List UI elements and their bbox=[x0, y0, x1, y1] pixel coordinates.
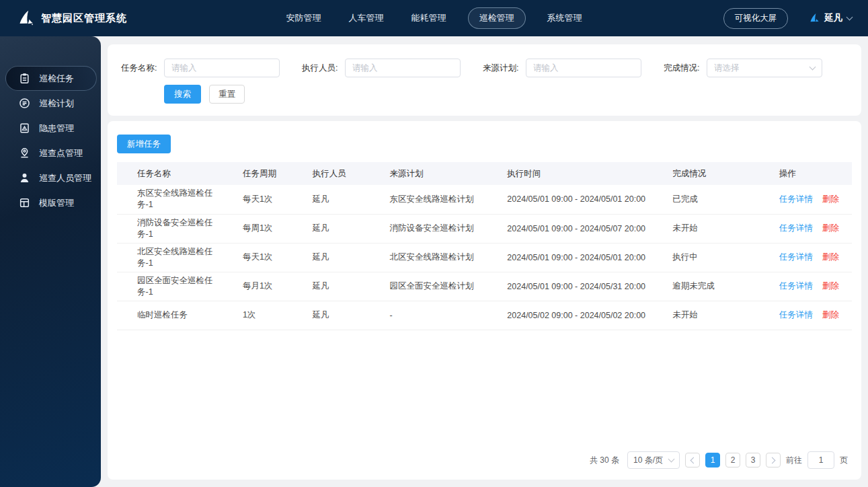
sidebar-item-label: 巡检任务 bbox=[39, 73, 74, 85]
table-row: 消防设备安全巡检任务-1 每周1次 延凡 消防设备安全巡检计划 2024/05/… bbox=[117, 214, 852, 243]
reset-button[interactable]: 重置 bbox=[209, 85, 245, 104]
prev-page-button[interactable] bbox=[685, 453, 700, 467]
page-size-value: 10 条/页 bbox=[633, 455, 663, 466]
task-detail-link[interactable]: 任务详情 bbox=[779, 310, 813, 320]
sail-logo-icon bbox=[16, 9, 34, 28]
filter-executor: 执行人员: bbox=[302, 59, 461, 77]
top-navbar: 智慧园区管理系统 安防管理 人车管理 能耗管理 巡检管理 系统管理 可视化大屏 … bbox=[0, 0, 868, 36]
sidebar: 巡检任务 巡检计划 隐患管理 巡查点管理 bbox=[0, 36, 101, 487]
status-select[interactable]: 请选择 bbox=[707, 59, 822, 77]
source-plan-label: 来源计划: bbox=[483, 63, 520, 74]
col-task-name: 任务名称 bbox=[117, 162, 235, 185]
cell-cycle: 每天1次 bbox=[235, 185, 305, 214]
source-plan-input[interactable] bbox=[526, 59, 641, 77]
cell-source-plan: 园区全面安全巡检计划 bbox=[381, 272, 499, 301]
filter-status: 完成情况: 请选择 bbox=[664, 59, 822, 77]
page-button-1[interactable]: 1 bbox=[705, 453, 720, 467]
cell-source-plan: 北区安全线路巡检计划 bbox=[381, 243, 499, 272]
task-detail-link[interactable]: 任务详情 bbox=[779, 223, 813, 233]
brand: 智慧园区管理系统 bbox=[16, 9, 127, 28]
status-select-placeholder: 请选择 bbox=[714, 63, 740, 74]
table-row: 东区安全线路巡检任务-1 每天1次 延凡 东区安全线路巡检计划 2024/05/… bbox=[117, 185, 852, 214]
col-status: 完成情况 bbox=[664, 162, 771, 185]
sidebar-item-inspection-plan[interactable]: 巡检计划 bbox=[0, 91, 101, 116]
col-actions: 操作 bbox=[771, 162, 852, 185]
user-menu[interactable]: 延凡 bbox=[808, 12, 852, 24]
person-icon bbox=[19, 172, 30, 184]
cell-exec-time: 2024/05/01 09:00 - 2024/05/01 20:00 bbox=[499, 185, 664, 214]
chevron-down-icon bbox=[846, 13, 853, 20]
col-source-plan: 来源计划 bbox=[381, 162, 499, 185]
executor-label: 执行人员: bbox=[302, 63, 340, 74]
cell-status: 逾期未完成 bbox=[664, 272, 771, 301]
page-button-2[interactable]: 2 bbox=[725, 453, 740, 467]
nav-item-energy[interactable]: 能耗管理 bbox=[405, 7, 452, 29]
task-name-label: 任务名称: bbox=[121, 63, 159, 74]
cell-cycle: 每天1次 bbox=[235, 243, 305, 272]
sidebar-item-label: 巡检计划 bbox=[39, 98, 74, 110]
pagination: 共 30 条 10 条/页 1 2 3 前往 页 bbox=[590, 451, 848, 469]
table-row: 园区全面安全巡检任务-1 每月1次 延凡 园区全面安全巡检计划 2024/05/… bbox=[117, 272, 852, 301]
delete-link[interactable]: 删除 bbox=[822, 194, 839, 204]
cell-exec-time: 2024/05/01 09:00 - 2024/05/01 20:00 bbox=[499, 243, 664, 272]
cell-task-name: 东区安全线路巡检任务-1 bbox=[117, 185, 235, 214]
nav-item-people-vehicle[interactable]: 人车管理 bbox=[343, 7, 390, 29]
goto-label: 前往 bbox=[786, 455, 802, 466]
plan-circle-icon bbox=[19, 98, 30, 109]
cell-status: 已完成 bbox=[664, 185, 771, 214]
cell-exec-time: 2024/05/02 09:00 - 2024/05/02 20:00 bbox=[499, 301, 664, 330]
cell-executor: 延凡 bbox=[305, 214, 382, 243]
visual-screen-button[interactable]: 可视化大屏 bbox=[723, 8, 789, 29]
status-label: 完成情况: bbox=[664, 63, 701, 74]
cell-executor: 延凡 bbox=[305, 185, 382, 214]
filter-source-plan: 来源计划: bbox=[483, 59, 641, 77]
cell-status: 未开始 bbox=[664, 301, 771, 330]
table-row: 北区安全线路巡检任务-1 每天1次 延凡 北区安全线路巡检计划 2024/05/… bbox=[117, 243, 852, 272]
chevron-down-icon bbox=[668, 456, 675, 463]
top-menu: 安防管理 人车管理 能耗管理 巡检管理 系统管理 bbox=[280, 7, 588, 29]
task-name-input[interactable] bbox=[164, 59, 280, 77]
nav-item-system[interactable]: 系统管理 bbox=[541, 7, 588, 29]
chevron-left-icon bbox=[691, 457, 697, 463]
nav-item-inspection[interactable]: 巡检管理 bbox=[468, 7, 526, 29]
topbar-right: 可视化大屏 延凡 bbox=[723, 8, 853, 29]
task-detail-link[interactable]: 任务详情 bbox=[779, 281, 813, 291]
cell-cycle: 1次 bbox=[235, 301, 305, 330]
cell-task-name: 北区安全线路巡检任务-1 bbox=[117, 243, 235, 272]
add-task-button[interactable]: 新增任务 bbox=[117, 135, 171, 153]
next-page-button[interactable] bbox=[766, 453, 781, 467]
sidebar-item-inspector-management[interactable]: 巡查人员管理 bbox=[0, 165, 101, 190]
filter-task-name: 任务名称: bbox=[121, 59, 280, 77]
search-button[interactable]: 搜索 bbox=[164, 85, 201, 104]
sidebar-item-label: 隐患管理 bbox=[39, 122, 74, 135]
cell-task-name: 园区全面安全巡检任务-1 bbox=[117, 272, 235, 301]
sidebar-item-template-management[interactable]: 模版管理 bbox=[0, 190, 101, 215]
nav-item-security[interactable]: 安防管理 bbox=[280, 7, 327, 29]
app-title: 智慧园区管理系统 bbox=[41, 12, 127, 25]
delete-link[interactable]: 删除 bbox=[822, 252, 839, 262]
delete-link[interactable]: 删除 bbox=[822, 281, 839, 291]
cell-status: 执行中 bbox=[664, 243, 771, 272]
sidebar-item-hazard-management[interactable]: 隐患管理 bbox=[0, 116, 101, 141]
page-button-3[interactable]: 3 bbox=[746, 453, 760, 467]
delete-link[interactable]: 删除 bbox=[822, 310, 839, 320]
sidebar-item-checkpoint-management[interactable]: 巡查点管理 bbox=[0, 141, 101, 165]
cell-task-name: 消防设备安全巡检任务-1 bbox=[117, 214, 235, 243]
cell-cycle: 每周1次 bbox=[235, 214, 305, 243]
cell-source-plan: 东区安全线路巡检计划 bbox=[381, 185, 499, 214]
sidebar-item-inspection-task[interactable]: 巡检任务 bbox=[5, 66, 97, 91]
total-count: 共 30 条 bbox=[590, 455, 619, 466]
chevron-down-icon bbox=[810, 64, 816, 71]
cell-status: 未开始 bbox=[664, 214, 771, 243]
cell-executor: 延凡 bbox=[305, 301, 382, 330]
task-detail-link[interactable]: 任务详情 bbox=[779, 194, 813, 204]
task-detail-link[interactable]: 任务详情 bbox=[779, 252, 813, 262]
executor-input[interactable] bbox=[345, 59, 461, 77]
delete-link[interactable]: 删除 bbox=[822, 223, 839, 233]
filter-panel: 任务名称: 执行人员: 来源计划: 完成情况: 请选择 搜索 重置 bbox=[108, 44, 861, 116]
col-exec-time: 执行时间 bbox=[499, 162, 664, 185]
goto-page-input[interactable] bbox=[807, 451, 834, 469]
goto-suffix: 页 bbox=[840, 455, 848, 466]
task-table-panel: 新增任务 任务名称 任务周期 执行人员 来源计划 执行时间 完成情况 操作 bbox=[108, 121, 861, 480]
page-size-select[interactable]: 10 条/页 bbox=[627, 451, 680, 469]
